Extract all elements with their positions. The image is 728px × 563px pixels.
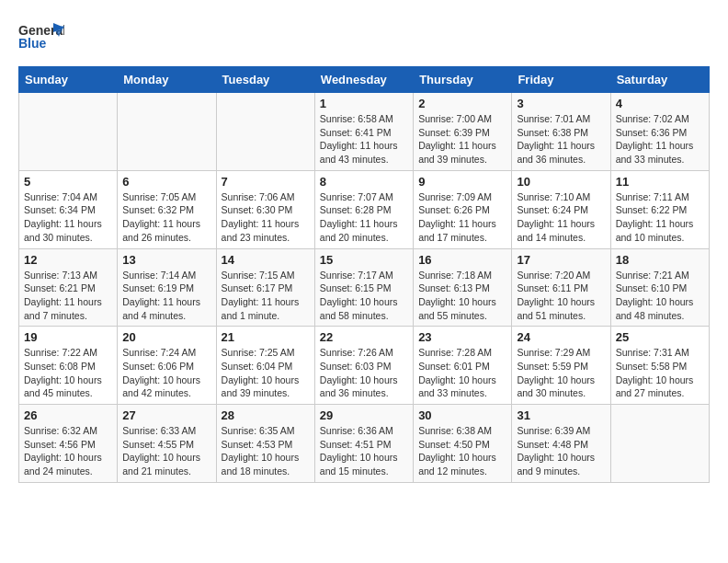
- calendar-cell: 6Sunrise: 7:05 AM Sunset: 6:32 PM Daylig…: [118, 170, 216, 248]
- calendar-cell: 31Sunrise: 6:39 AM Sunset: 4:48 PM Dayli…: [512, 405, 610, 483]
- day-number: 21: [222, 330, 310, 344]
- weekday-header-tuesday: Tuesday: [216, 67, 314, 93]
- calendar-cell: 1Sunrise: 6:58 AM Sunset: 6:41 PM Daylig…: [314, 93, 413, 171]
- calendar-cell: 17Sunrise: 7:20 AM Sunset: 6:11 PM Dayli…: [512, 248, 610, 327]
- day-number: 2: [418, 97, 506, 110]
- day-info: Sunrise: 7:28 AM Sunset: 6:01 PM Dayligh…: [418, 346, 506, 400]
- day-info: Sunrise: 7:06 AM Sunset: 6:30 PM Dayligh…: [222, 190, 310, 245]
- logo: General Blue: [18, 18, 64, 57]
- day-info: Sunrise: 6:33 AM Sunset: 4:55 PM Dayligh…: [122, 424, 210, 478]
- weekday-header-thursday: Thursday: [414, 67, 512, 93]
- weekday-header-monday: Monday: [118, 67, 216, 93]
- day-info: Sunrise: 6:58 AM Sunset: 6:41 PM Dayligh…: [320, 112, 408, 167]
- weekday-header-sunday: Sunday: [19, 67, 118, 93]
- calendar-cell: 23Sunrise: 7:28 AM Sunset: 6:01 PM Dayli…: [414, 327, 512, 405]
- page-header: General Blue: [18, 18, 710, 57]
- day-info: Sunrise: 7:05 AM Sunset: 6:32 PM Dayligh…: [122, 190, 210, 245]
- weekday-header-wednesday: Wednesday: [314, 67, 413, 93]
- day-number: 14: [222, 253, 310, 267]
- calendar-cell: 8Sunrise: 7:07 AM Sunset: 6:28 PM Daylig…: [314, 170, 413, 248]
- day-number: 10: [517, 175, 605, 189]
- day-info: Sunrise: 7:09 AM Sunset: 6:26 PM Dayligh…: [418, 190, 506, 245]
- weekday-header-row: SundayMondayTuesdayWednesdayThursdayFrid…: [19, 67, 710, 93]
- calendar-cell: 20Sunrise: 7:24 AM Sunset: 6:06 PM Dayli…: [118, 327, 216, 405]
- day-number: 16: [418, 253, 506, 267]
- day-info: Sunrise: 7:29 AM Sunset: 5:59 PM Dayligh…: [517, 346, 605, 400]
- calendar-cell: 15Sunrise: 7:17 AM Sunset: 6:15 PM Dayli…: [314, 248, 413, 327]
- calendar-cell: 29Sunrise: 6:36 AM Sunset: 4:51 PM Dayli…: [314, 405, 413, 483]
- calendar-week-4: 19Sunrise: 7:22 AM Sunset: 6:08 PM Dayli…: [19, 327, 710, 405]
- day-number: 29: [320, 408, 408, 422]
- calendar-cell: 4Sunrise: 7:02 AM Sunset: 6:36 PM Daylig…: [610, 93, 709, 171]
- day-number: 20: [122, 330, 210, 344]
- day-number: 13: [122, 253, 210, 267]
- day-info: Sunrise: 7:14 AM Sunset: 6:19 PM Dayligh…: [122, 269, 210, 323]
- day-number: 12: [24, 253, 112, 267]
- day-info: Sunrise: 7:01 AM Sunset: 6:38 PM Dayligh…: [517, 112, 605, 167]
- calendar-cell: [610, 405, 709, 483]
- calendar-week-5: 26Sunrise: 6:32 AM Sunset: 4:56 PM Dayli…: [19, 405, 710, 483]
- calendar-cell: 14Sunrise: 7:15 AM Sunset: 6:17 PM Dayli…: [216, 248, 314, 327]
- day-number: 26: [24, 408, 112, 422]
- calendar-cell: 28Sunrise: 6:35 AM Sunset: 4:53 PM Dayli…: [216, 405, 314, 483]
- day-number: 7: [222, 175, 310, 189]
- day-number: 17: [517, 253, 605, 267]
- day-info: Sunrise: 6:35 AM Sunset: 4:53 PM Dayligh…: [222, 424, 310, 478]
- day-info: Sunrise: 7:20 AM Sunset: 6:11 PM Dayligh…: [517, 269, 605, 323]
- day-info: Sunrise: 6:32 AM Sunset: 4:56 PM Dayligh…: [24, 424, 112, 478]
- day-info: Sunrise: 7:15 AM Sunset: 6:17 PM Dayligh…: [222, 269, 310, 323]
- day-number: 8: [320, 175, 408, 189]
- calendar-cell: 26Sunrise: 6:32 AM Sunset: 4:56 PM Dayli…: [19, 405, 118, 483]
- day-info: Sunrise: 7:18 AM Sunset: 6:13 PM Dayligh…: [418, 269, 506, 323]
- calendar-cell: 5Sunrise: 7:04 AM Sunset: 6:34 PM Daylig…: [19, 170, 118, 248]
- day-number: 3: [517, 97, 605, 110]
- day-info: Sunrise: 7:24 AM Sunset: 6:06 PM Dayligh…: [122, 346, 210, 400]
- day-info: Sunrise: 7:10 AM Sunset: 6:24 PM Dayligh…: [517, 190, 605, 245]
- day-number: 27: [122, 408, 210, 422]
- day-info: Sunrise: 6:36 AM Sunset: 4:51 PM Dayligh…: [320, 424, 408, 478]
- calendar-cell: 25Sunrise: 7:31 AM Sunset: 5:58 PM Dayli…: [610, 327, 709, 405]
- day-number: 9: [418, 175, 506, 189]
- calendar-cell: 2Sunrise: 7:00 AM Sunset: 6:39 PM Daylig…: [414, 93, 512, 171]
- calendar-cell: 16Sunrise: 7:18 AM Sunset: 6:13 PM Dayli…: [414, 248, 512, 327]
- weekday-header-saturday: Saturday: [610, 67, 709, 93]
- calendar-cell: 24Sunrise: 7:29 AM Sunset: 5:59 PM Dayli…: [512, 327, 610, 405]
- calendar-cell: 30Sunrise: 6:38 AM Sunset: 4:50 PM Dayli…: [414, 405, 512, 483]
- day-number: 15: [320, 253, 408, 267]
- calendar-cell: 10Sunrise: 7:10 AM Sunset: 6:24 PM Dayli…: [512, 170, 610, 248]
- calendar-cell: [19, 93, 118, 171]
- calendar-cell: 9Sunrise: 7:09 AM Sunset: 6:26 PM Daylig…: [414, 170, 512, 248]
- calendar-cell: 18Sunrise: 7:21 AM Sunset: 6:10 PM Dayli…: [610, 248, 709, 327]
- day-number: 22: [320, 330, 408, 344]
- day-info: Sunrise: 7:31 AM Sunset: 5:58 PM Dayligh…: [616, 346, 704, 400]
- calendar-cell: 19Sunrise: 7:22 AM Sunset: 6:08 PM Dayli…: [19, 327, 118, 405]
- calendar-cell: [216, 93, 314, 171]
- day-info: Sunrise: 7:11 AM Sunset: 6:22 PM Dayligh…: [616, 190, 704, 245]
- calendar-week-1: 1Sunrise: 6:58 AM Sunset: 6:41 PM Daylig…: [19, 93, 710, 171]
- day-info: Sunrise: 7:13 AM Sunset: 6:21 PM Dayligh…: [24, 269, 112, 323]
- day-number: 4: [616, 97, 704, 110]
- calendar-cell: 13Sunrise: 7:14 AM Sunset: 6:19 PM Dayli…: [118, 248, 216, 327]
- calendar-week-2: 5Sunrise: 7:04 AM Sunset: 6:34 PM Daylig…: [19, 170, 710, 248]
- day-number: 25: [616, 330, 704, 344]
- day-number: 28: [222, 408, 310, 422]
- svg-text:Blue: Blue: [18, 36, 47, 51]
- day-info: Sunrise: 7:17 AM Sunset: 6:15 PM Dayligh…: [320, 269, 408, 323]
- weekday-header-friday: Friday: [512, 67, 610, 93]
- calendar-week-3: 12Sunrise: 7:13 AM Sunset: 6:21 PM Dayli…: [19, 248, 710, 327]
- day-info: Sunrise: 7:22 AM Sunset: 6:08 PM Dayligh…: [24, 346, 112, 400]
- day-number: 1: [320, 97, 408, 110]
- day-info: Sunrise: 7:02 AM Sunset: 6:36 PM Dayligh…: [616, 112, 704, 167]
- day-info: Sunrise: 6:39 AM Sunset: 4:48 PM Dayligh…: [517, 424, 605, 478]
- calendar-cell: 3Sunrise: 7:01 AM Sunset: 6:38 PM Daylig…: [512, 93, 610, 171]
- day-number: 23: [418, 330, 506, 344]
- calendar-cell: 22Sunrise: 7:26 AM Sunset: 6:03 PM Dayli…: [314, 327, 413, 405]
- day-number: 24: [517, 330, 605, 344]
- calendar-cell: 11Sunrise: 7:11 AM Sunset: 6:22 PM Dayli…: [610, 170, 709, 248]
- calendar-cell: [118, 93, 216, 171]
- calendar-table: SundayMondayTuesdayWednesdayThursdayFrid…: [18, 66, 710, 483]
- day-info: Sunrise: 7:21 AM Sunset: 6:10 PM Dayligh…: [616, 269, 704, 323]
- day-info: Sunrise: 6:38 AM Sunset: 4:50 PM Dayligh…: [418, 424, 506, 478]
- calendar-cell: 27Sunrise: 6:33 AM Sunset: 4:55 PM Dayli…: [118, 405, 216, 483]
- day-number: 30: [418, 408, 506, 422]
